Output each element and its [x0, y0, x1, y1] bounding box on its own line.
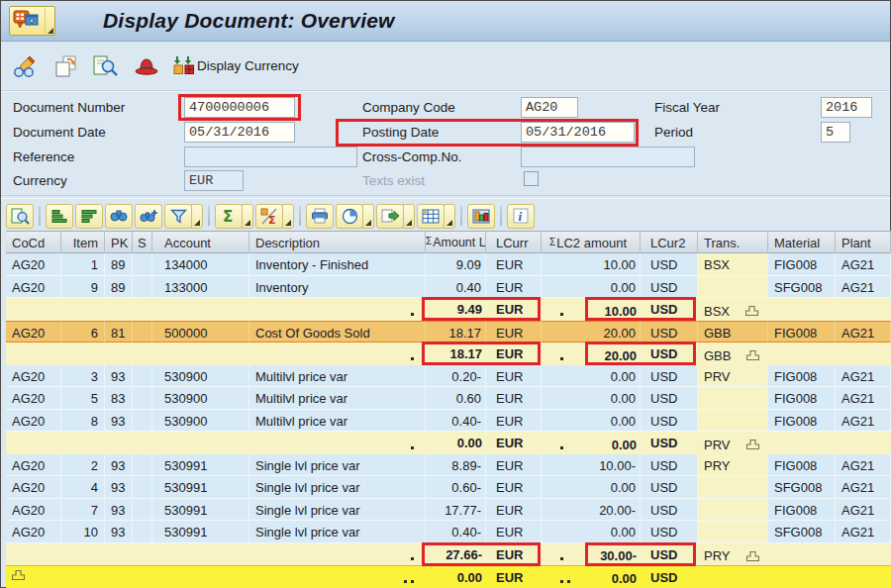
display-currency-button[interactable]: Display Currency [173, 55, 299, 77]
document-date-field[interactable]: 05/31/2016 [184, 122, 295, 143]
graphic-button[interactable] [467, 204, 495, 229]
choose-layout-dropdown[interactable] [444, 204, 455, 229]
cell-account[interactable]: 530991 [152, 476, 249, 499]
cell-description[interactable]: Single lvl price var [249, 521, 426, 543]
cell-item[interactable]: 2 [61, 454, 105, 477]
company-code-field[interactable]: AG20 [521, 97, 578, 118]
table-row[interactable]: AG20293530991Single lvl price var8.89-EU… [6, 454, 891, 477]
total-dropdown[interactable] [242, 204, 253, 229]
cell-cocd[interactable]: AG20 [6, 476, 61, 499]
cell-item[interactable]: 8 [61, 410, 105, 433]
cell-plant[interactable]: AG21 [836, 476, 891, 499]
cell-cocd[interactable]: AG20 [6, 499, 61, 522]
cell-item[interactable]: 3 [61, 365, 105, 388]
cell-cocd[interactable]: AG20 [6, 454, 61, 477]
table-row[interactable]: AG20893530900Multilvl price var0.40-EUR0… [6, 410, 891, 433]
cell-lc2_amount[interactable]: 20.00 [542, 321, 641, 343]
cell-lcur2[interactable]: USD [641, 454, 698, 477]
cell-amount_lc[interactable]: 0.40- [426, 521, 486, 543]
cell-pk[interactable]: 89 [105, 253, 133, 276]
column-header-cocd[interactable]: CoCd [6, 231, 61, 253]
cell-trans[interactable]: PRV [698, 365, 768, 388]
cell-cocd[interactable]: AG20 [6, 365, 61, 388]
table-row[interactable]: AG20793530991Single lvl price var17.77-E… [6, 499, 891, 522]
set-filter-button[interactable] [164, 204, 192, 229]
cell-pk[interactable]: 93 [105, 365, 133, 388]
column-header-amount-lc[interactable]: ΣAmount LC [426, 231, 486, 253]
views-dropdown[interactable] [362, 204, 374, 229]
cell-lc2_amount[interactable]: 20.00- [542, 499, 641, 522]
cell-s[interactable] [133, 365, 152, 388]
table-row[interactable]: AG20189134000Inventory - Finished9.09EUR… [6, 253, 891, 276]
cell-account[interactable]: 133000 [152, 276, 249, 299]
cell-s[interactable] [133, 321, 152, 343]
column-header-lcurr[interactable]: LCurr [486, 231, 542, 253]
set-filter-dropdown[interactable] [191, 204, 203, 229]
cell-s[interactable] [133, 410, 152, 433]
cell-lcur2[interactable]: USD [641, 253, 698, 276]
cell-amount_lc[interactable]: 0.40 [426, 276, 486, 299]
cell-description[interactable]: Cost Of Goods Sold [249, 321, 426, 343]
column-header-lc2-amount[interactable]: ΣLC2 amount [542, 231, 641, 253]
column-header-description[interactable]: Description [249, 231, 426, 253]
subtotal-row[interactable]: 18.17EUR20.00USDGBB [6, 343, 891, 365]
document-number-field[interactable]: 4700000006 [184, 97, 295, 118]
cell-lcur2[interactable]: USD [641, 476, 698, 499]
document-header-hat-button[interactable] [133, 54, 160, 78]
table-row[interactable]: AG20493530991Single lvl price var0.60-EU… [6, 476, 891, 499]
cell-cocd[interactable]: AG20 [6, 521, 61, 543]
cell-pk[interactable]: 81 [105, 321, 133, 343]
cell-description[interactable]: Single lvl price var [249, 476, 426, 499]
cell-lcurr[interactable]: EUR [486, 410, 542, 433]
cell-pk[interactable]: 93 [105, 521, 133, 543]
cell-material[interactable]: FIG008 [768, 410, 836, 433]
cell-lcurr[interactable]: EUR [486, 276, 542, 299]
cell-plant[interactable]: AG21 [836, 253, 891, 276]
column-header-account[interactable]: Account [152, 231, 249, 253]
cell-lcurr[interactable]: EUR [486, 253, 542, 276]
cell-lc2_amount[interactable]: 0.00 [542, 521, 641, 543]
cell-trans[interactable] [698, 410, 768, 433]
cell-amount_lc[interactable]: 8.89- [426, 454, 486, 477]
cell-lc2_amount[interactable]: 10.00- [542, 454, 641, 477]
cell-pk[interactable]: 93 [105, 476, 133, 499]
cell-material[interactable]: FIG008 [768, 321, 836, 343]
sort-descending-button[interactable] [75, 204, 103, 229]
display-change-button[interactable] [13, 54, 41, 78]
cell-lcur2[interactable]: USD [641, 276, 698, 299]
cell-s[interactable] [133, 253, 152, 276]
cell-account[interactable]: 530991 [152, 499, 249, 522]
cell-pk[interactable]: 89 [105, 276, 133, 299]
cell-plant[interactable]: AG21 [836, 365, 891, 388]
cell-pk[interactable]: 93 [105, 499, 133, 522]
cell-lc2_amount[interactable]: 0.00 [542, 387, 641, 410]
fiscal-year-field[interactable]: 2016 [821, 97, 872, 118]
cell-plant[interactable]: AG21 [836, 410, 891, 433]
table-row[interactable]: AG20583530900Multilvl price var0.60EUR0.… [6, 387, 891, 410]
sort-ascending-button[interactable] [46, 204, 73, 229]
column-header-s[interactable]: S [133, 231, 152, 253]
cell-s[interactable] [133, 454, 152, 477]
column-header-item[interactable]: Item [61, 231, 105, 253]
information-button[interactable]: i [507, 204, 535, 229]
cell-plant[interactable]: AG21 [836, 499, 891, 522]
cell-lcur2[interactable]: USD [641, 321, 698, 343]
cell-trans[interactable] [698, 476, 768, 499]
cell-cocd[interactable]: AG20 [6, 321, 61, 343]
cell-account[interactable]: 530991 [152, 454, 249, 477]
cell-s[interactable] [133, 476, 152, 499]
cell-lcurr[interactable]: EUR [486, 321, 542, 343]
cell-trans[interactable] [698, 499, 768, 522]
cell-material[interactable]: FIG008 [768, 454, 836, 477]
cell-description[interactable]: Multilvl price var [249, 410, 426, 433]
export-dropdown[interactable] [403, 204, 415, 229]
cell-amount_lc[interactable]: 18.17 [426, 321, 486, 343]
cell-plant[interactable]: AG21 [836, 387, 891, 410]
cell-plant[interactable]: AG21 [836, 521, 891, 543]
table-row[interactable]: AG20681500000Cost Of Goods Sold18.17EUR2… [6, 321, 891, 343]
cell-material[interactable]: FIG008 [768, 387, 836, 410]
cell-item[interactable]: 10 [61, 521, 105, 543]
cell-lc2_amount[interactable]: 10.00 [542, 253, 641, 276]
cell-lcurr[interactable]: EUR [486, 454, 542, 477]
cell-lc2_amount[interactable]: 0.00 [542, 410, 641, 433]
